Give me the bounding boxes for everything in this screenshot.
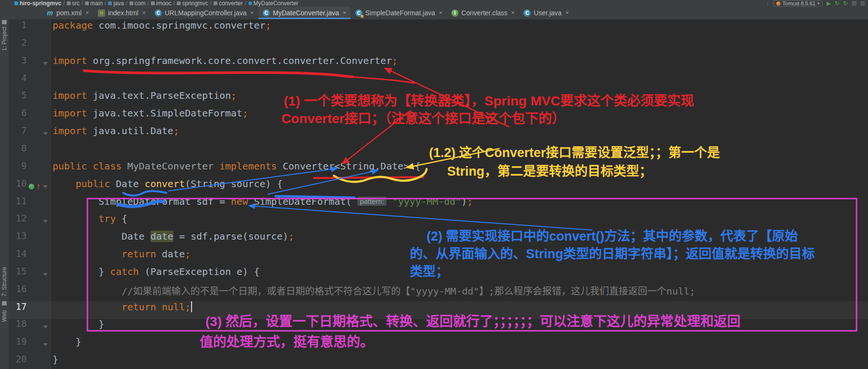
implement-method-icon[interactable]	[29, 184, 34, 190]
code-text: return date;	[53, 248, 191, 260]
project-icon	[2, 20, 7, 24]
breadcrumb-item[interactable]: main	[85, 0, 103, 7]
code-line-11[interactable]: 11 SimpleDateFormat sdf = new SimpleDate…	[9, 196, 868, 213]
code-line-3[interactable]: 3import org.springframework.core.convert…	[9, 55, 868, 73]
close-icon[interactable]: ×	[343, 10, 346, 16]
folder-icon	[14, 1, 18, 5]
line-number: 16	[9, 284, 27, 294]
close-icon[interactable]: ×	[511, 10, 514, 16]
code-line-6[interactable]: 6import java.text.SimpleDateFormat;	[9, 107, 868, 125]
tab-label: index.html	[108, 9, 139, 17]
line-number: 11	[9, 196, 27, 206]
run-button[interactable]: ▶	[826, 0, 830, 7]
fold-marker-icon[interactable]	[43, 185, 48, 188]
editor-tab-bar: mpom.xml×Hindex.html×CURLMappingControll…	[9, 7, 868, 20]
line-number: 4	[9, 73, 27, 83]
folder-icon	[214, 1, 217, 5]
code-line-19[interactable]: 19 }	[9, 336, 868, 354]
code-text: import java.text.ParseException;	[53, 90, 236, 101]
folder-icon	[67, 1, 71, 5]
code-text: }	[53, 354, 58, 365]
breadcrumb-item[interactable]: converter	[214, 0, 243, 7]
code-line-13[interactable]: 13 Date date = sdf.parse(source);	[9, 231, 868, 248]
close-icon[interactable]: ×	[439, 10, 442, 16]
folder-icon	[129, 1, 133, 5]
close-icon[interactable]: ×	[86, 10, 89, 16]
breadcrumb-item[interactable]: springmvc	[177, 0, 208, 7]
code-text: } catch (ParseException e) {	[53, 266, 260, 277]
ide-window: hiro-springmvc/src/main/java/com/imooc/s…	[0, 0, 868, 369]
close-icon[interactable]: ×	[142, 10, 146, 16]
code-line-18[interactable]: 18 }	[9, 318, 868, 336]
navigate-up-icon[interactable]: ↑	[36, 180, 41, 193]
tab-MyDateConverter.java[interactable]: CMyDateConverter.java×	[258, 7, 351, 19]
code-text: import java.text.SimpleDateFormat;	[53, 107, 248, 119]
breadcrumb-item[interactable]: imooc	[151, 0, 171, 7]
breadcrumb-bar: hiro-springmvc/src/main/java/com/imooc/s…	[0, 0, 868, 7]
tab-pom.xml[interactable]: mpom.xml×	[42, 7, 94, 19]
fold-marker-icon[interactable]	[43, 326, 48, 328]
run-config-label: Tomcat 8.5.61	[782, 0, 815, 6]
code-line-9[interactable]: 9public class MyDateConverter implements…	[9, 160, 868, 178]
line-number: 7	[9, 125, 27, 136]
code-text: return null;	[53, 301, 192, 313]
settings-icon[interactable]	[852, 1, 857, 6]
line-number: 13	[9, 231, 27, 241]
update-app-icon[interactable]: ↻	[835, 0, 839, 7]
code-line-14[interactable]: 14 return date;	[9, 248, 868, 266]
breadcrumb-item[interactable]: java	[108, 0, 124, 7]
structure-icon	[2, 301, 7, 306]
class-file-icon: C	[263, 10, 270, 17]
tab-label: MyDateConverter.java	[273, 9, 339, 17]
fold-marker-icon[interactable]	[43, 343, 48, 346]
close-icon[interactable]: ×	[250, 10, 254, 16]
code-line-17[interactable]: 17 return null;	[9, 301, 868, 319]
tab-SimpleDateFormat.java[interactable]: CSimpleDateFormat.java×	[351, 7, 447, 19]
code-text: import java.util.Date;	[53, 125, 179, 137]
code-line-20[interactable]: 20}	[9, 354, 868, 369]
folder-icon	[85, 1, 89, 5]
download-icon[interactable]: ↓	[766, 0, 769, 6]
tab-index.html[interactable]: Hindex.html×	[94, 7, 150, 19]
breadcrumb-item[interactable]: hiro-springmvc	[14, 0, 61, 7]
line-number: 9	[9, 160, 27, 171]
tool-button-project[interactable]: 1: Project	[1, 27, 8, 51]
run-config-selector[interactable]: Tomcat 8.5.61 ▾	[773, 0, 823, 7]
code-line-8[interactable]: 8	[9, 143, 868, 160]
line-number: 14	[9, 248, 27, 259]
tool-button-web[interactable]: Web	[1, 310, 8, 322]
tab-Converter.class[interactable]: IConverter.class×	[447, 7, 520, 19]
tab-User.java[interactable]: CUser.java×	[519, 7, 573, 19]
fold-marker-icon[interactable]	[43, 62, 48, 65]
tool-button-structure[interactable]: 7: Structure	[1, 267, 8, 296]
tab-URLMappingController.java[interactable]: CURLMappingController.java×	[150, 7, 258, 19]
code-line-2[interactable]: 2	[9, 37, 868, 55]
code-line-12[interactable]: 12 try {	[9, 213, 868, 231]
code-editor[interactable]: 1package com.imooc.springmvc.converter;2…	[9, 20, 868, 369]
breadcrumb-item[interactable]: MyDateConverter	[248, 0, 299, 7]
class-file-icon: C	[524, 10, 531, 17]
fold-marker-icon[interactable]	[43, 273, 48, 276]
code-line-10[interactable]: 10↑ public Date convert(String source) {	[9, 178, 868, 196]
code-line-1[interactable]: 1package com.imooc.springmvc.converter;	[9, 20, 868, 37]
more-tools-icon[interactable]	[860, 1, 865, 6]
breadcrumb-item[interactable]: com	[129, 0, 146, 7]
code-text: public class MyDateConverter implements …	[53, 160, 421, 172]
code-line-7[interactable]: 7import java.util.Date;	[9, 125, 868, 143]
breadcrumb-item[interactable]: src	[67, 0, 80, 7]
line-number: 19	[9, 336, 27, 347]
code-line-4[interactable]: 4	[9, 73, 868, 90]
code-line-15[interactable]: 15 } catch (ParseException e) {	[9, 266, 868, 284]
code-line-5[interactable]: 5import java.text.ParseException;	[9, 90, 868, 107]
breadcrumb-separator: /	[245, 0, 246, 7]
close-icon[interactable]: ×	[566, 10, 569, 16]
line-number: 5	[9, 90, 27, 100]
folder-icon	[151, 1, 155, 5]
code-line-16[interactable]: 16 //如果前端输入的不是一个日期，或者日期的格式不符合这儿写的【"yyyy-…	[9, 284, 868, 301]
code-text: }	[53, 336, 81, 348]
breadcrumb-separator: /	[126, 0, 127, 7]
fold-marker-icon[interactable]	[43, 220, 48, 223]
html-file-icon: H	[98, 10, 105, 17]
fold-marker-icon[interactable]	[43, 132, 48, 135]
update-frames-icon[interactable]: ↻	[843, 0, 848, 7]
